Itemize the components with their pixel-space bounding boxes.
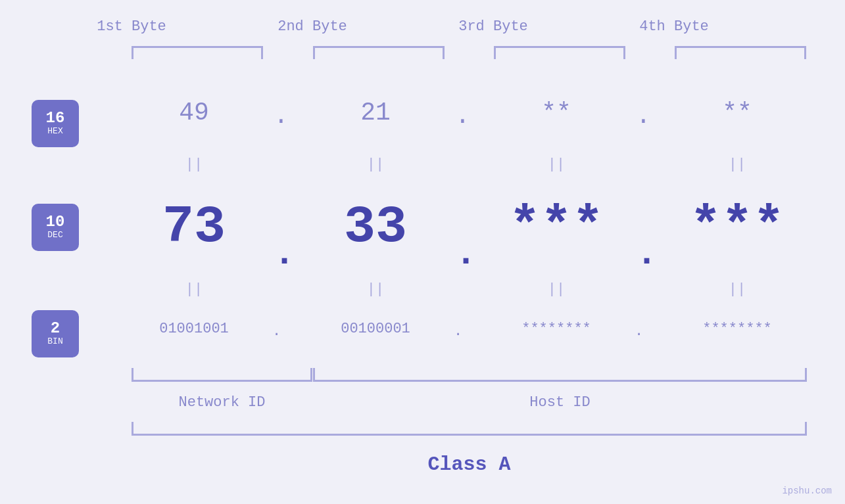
- col4-header: 4th Byte: [602, 18, 746, 35]
- hex-val-1: 49: [135, 99, 253, 127]
- bracket-bot-host: [313, 380, 807, 382]
- dec-badge: 10 DEC: [32, 204, 79, 251]
- dec-val-3: ***: [497, 197, 616, 257]
- col1-header: 1st Byte: [59, 18, 204, 35]
- main-container: 16 HEX 10 DEC 2 BIN 1st Byte 2nd Byte 3r…: [0, 0, 845, 504]
- host-id-label: Host ID: [313, 394, 807, 411]
- bracket-bot-host-vr: [805, 368, 807, 381]
- bracket-vl-3: [494, 46, 496, 59]
- bracket-vr-1: [261, 46, 263, 59]
- bracket-bot-net-vr: [310, 368, 312, 381]
- eq1-1: ||: [135, 156, 253, 173]
- bin-dot-1: .: [272, 323, 281, 340]
- hex-dot-2: .: [455, 102, 470, 130]
- dec-dot-3: .: [636, 233, 658, 275]
- bin-val-4: ********: [671, 321, 803, 337]
- watermark: ipshu.com: [782, 486, 832, 496]
- hex-dot-1: .: [274, 102, 289, 130]
- bracket-bot-host-vl: [313, 368, 315, 381]
- bracket-top-1: [132, 46, 263, 48]
- bin-dot-3: .: [635, 323, 643, 340]
- hex-val-4: **: [678, 99, 796, 127]
- class-a-label: Class A: [132, 453, 807, 476]
- network-id-label: Network ID: [132, 394, 312, 411]
- bracket-vr-4: [804, 46, 806, 59]
- hex-badge: 16 HEX: [32, 100, 79, 147]
- bin-badge-label: BIN: [47, 336, 62, 347]
- bracket-class-bot: [132, 434, 807, 436]
- eq2-4: ||: [678, 281, 796, 298]
- bracket-class-vr: [805, 422, 807, 435]
- dec-badge-label: DEC: [47, 230, 62, 241]
- dec-val-4: ***: [678, 197, 796, 257]
- bracket-vl-1: [132, 46, 133, 59]
- bracket-vr-3: [623, 46, 625, 59]
- bracket-top-3: [494, 46, 625, 48]
- hex-val-3: **: [497, 99, 616, 127]
- dec-val-2: 33: [316, 197, 435, 257]
- bracket-vr-2: [443, 46, 445, 59]
- dec-val-1: 73: [135, 197, 253, 257]
- eq2-3: ||: [497, 281, 616, 298]
- hex-badge-num: 16: [46, 110, 65, 126]
- hex-badge-label: HEX: [47, 126, 62, 137]
- hex-val-2: 21: [316, 99, 435, 127]
- dec-badge-num: 10: [46, 214, 65, 230]
- eq2-1: ||: [135, 281, 253, 298]
- eq2-2: ||: [316, 281, 435, 298]
- bin-dot-2: .: [454, 323, 462, 340]
- eq1-2: ||: [316, 156, 435, 173]
- dec-dot-1: .: [274, 233, 295, 275]
- col3-header: 3rd Byte: [421, 18, 566, 35]
- bracket-vl-4: [675, 46, 677, 59]
- eq1-4: ||: [678, 156, 796, 173]
- bin-val-3: ********: [491, 321, 622, 337]
- bracket-class-vl: [132, 422, 133, 435]
- bracket-top-4: [675, 46, 806, 48]
- eq1-3: ||: [497, 156, 616, 173]
- dec-dot-2: .: [455, 233, 477, 275]
- hex-dot-3: .: [636, 102, 651, 130]
- bin-badge-num: 2: [51, 321, 60, 336]
- bin-val-1: 01001001: [128, 321, 260, 337]
- bin-badge: 2 BIN: [32, 310, 79, 357]
- col2-header: 2nd Byte: [240, 18, 385, 35]
- bin-val-2: 00100001: [310, 321, 441, 337]
- bracket-vl-2: [313, 46, 315, 59]
- bracket-bot-net-vl: [132, 368, 133, 381]
- bracket-bot-net: [132, 380, 312, 382]
- bracket-top-2: [313, 46, 445, 48]
